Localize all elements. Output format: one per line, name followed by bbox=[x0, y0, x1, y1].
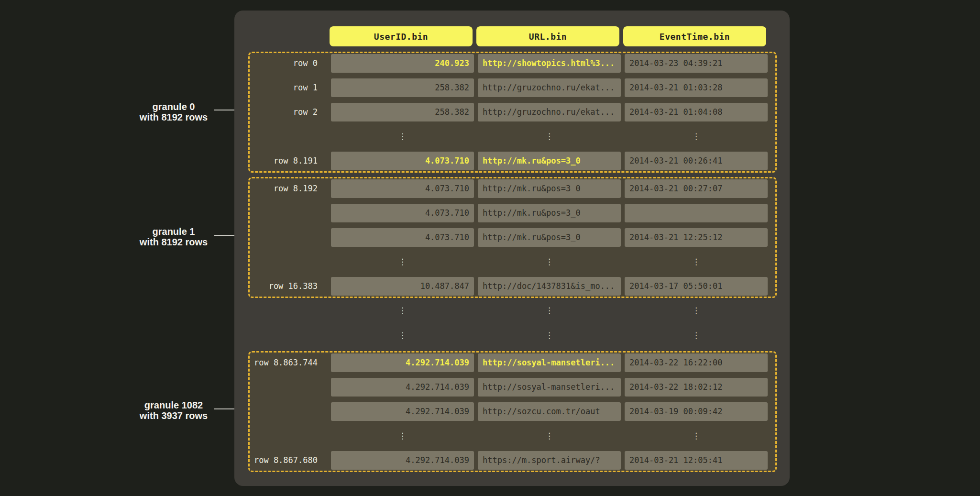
ellipsis-icon: ⋮ bbox=[625, 127, 768, 146]
granule-1082-name: granule 1082 bbox=[126, 400, 221, 410]
row-label: row 8.867.680 bbox=[250, 451, 327, 470]
ellipsis-icon: ⋮ bbox=[331, 301, 474, 320]
column-header-eventtime: EventTime.bin bbox=[623, 26, 766, 46]
cell-eventtime: 2014-03-23 04:39:21 bbox=[625, 54, 768, 73]
row-label-empty bbox=[250, 301, 327, 320]
table-row: row 8.867.680 4.292.714.039 https://m.sp… bbox=[250, 451, 775, 470]
cell-url: http://mk.ru&pos=3_0 bbox=[478, 228, 621, 247]
cell-eventtime: 2014-03-22 18:02:12 bbox=[625, 378, 768, 397]
granule-1-box: row 8.192 4.073.710 http://mk.ru&pos=3_0… bbox=[248, 177, 777, 298]
cell-eventtime: 2014-03-21 01:03:28 bbox=[625, 78, 768, 97]
ellipsis-icon: ⋮ bbox=[331, 127, 474, 146]
row-label: row 8.191 bbox=[250, 152, 327, 170]
row-label: row 2 bbox=[250, 103, 327, 121]
ellipsis-icon: ⋮ bbox=[625, 253, 768, 271]
cell-eventtime: 2014-03-21 00:26:41 bbox=[625, 152, 768, 170]
ellipsis-icon: ⋮ bbox=[625, 427, 768, 445]
cell-url: http://sozcu.com.tr/oaut bbox=[478, 402, 621, 421]
cell-userid: 240.923 bbox=[331, 54, 474, 73]
granule-0-box: row 0 240.923 http://showtopics.html%3..… bbox=[248, 52, 777, 173]
table-row: 4.292.714.039 http://sozcu.com.tr/oaut 2… bbox=[250, 402, 775, 421]
granule-1082-rowcount: with 3937 rows bbox=[126, 410, 221, 421]
row-label-empty bbox=[250, 427, 327, 445]
cell-userid: 4.073.710 bbox=[331, 179, 474, 198]
cell-userid: 258.382 bbox=[331, 78, 474, 97]
ellipsis-icon: ⋮ bbox=[478, 127, 621, 146]
table-row: row 2 258.382 http://gruzochno.ru/ekat..… bbox=[250, 103, 775, 121]
cell-eventtime: 2014-03-17 05:50:01 bbox=[625, 277, 768, 296]
row-label bbox=[250, 402, 327, 421]
table-row: row 1 258.382 http://gruzochno.ru/ekat..… bbox=[250, 78, 775, 97]
table-row: row 0 240.923 http://showtopics.html%3..… bbox=[250, 54, 775, 73]
ellipsis-icon: ⋮ bbox=[478, 301, 621, 320]
cell-eventtime: 2014-03-22 16:22:00 bbox=[625, 353, 768, 372]
cell-url: http://sosyal-mansetleri... bbox=[478, 378, 621, 397]
granule-0-name: granule 0 bbox=[126, 101, 221, 112]
ellipsis-row: ⋮ ⋮ ⋮ bbox=[250, 427, 775, 445]
granule-1-rowcount: with 8192 rows bbox=[126, 237, 221, 247]
cell-url: https://m.sport.airway/? bbox=[478, 451, 621, 470]
ellipsis-row: ⋮ ⋮ ⋮ bbox=[250, 301, 768, 320]
cell-url: http://mk.ru&pos=3_0 bbox=[478, 204, 621, 222]
ellipsis-icon: ⋮ bbox=[625, 326, 768, 345]
ellipsis-icon: ⋮ bbox=[625, 301, 768, 320]
cell-userid: 4.292.714.039 bbox=[331, 451, 474, 470]
ellipsis-icon: ⋮ bbox=[478, 326, 621, 345]
cell-userid: 4.073.710 bbox=[331, 152, 474, 170]
ellipsis-row: ⋮ ⋮ ⋮ bbox=[250, 253, 775, 271]
granule-1082-label: granule 1082 with 3937 rows bbox=[126, 400, 221, 421]
table-row: row 8.192 4.073.710 http://mk.ru&pos=3_0… bbox=[250, 179, 775, 198]
ellipsis-row: ⋮ ⋮ ⋮ bbox=[250, 127, 775, 146]
cell-eventtime: 2014-03-21 12:05:41 bbox=[625, 451, 768, 470]
row-label: row 1 bbox=[250, 78, 327, 97]
cell-eventtime: 2014-03-21 12:25:12 bbox=[625, 228, 768, 247]
cell-url: http://gruzochno.ru/ekat... bbox=[478, 103, 621, 121]
column-headers: UserID.bin URL.bin EventTime.bin bbox=[330, 26, 766, 46]
column-header-url: URL.bin bbox=[476, 26, 619, 46]
row-label-empty bbox=[250, 127, 327, 146]
row-label: row 8.863.744 bbox=[250, 353, 327, 372]
row-label: row 0 bbox=[250, 54, 327, 73]
row-label bbox=[250, 204, 327, 222]
row-label: row 16.383 bbox=[250, 277, 327, 296]
cell-url: http://gruzochno.ru/ekat... bbox=[478, 78, 621, 97]
row-label-empty bbox=[250, 326, 327, 345]
cell-userid: 4.292.714.039 bbox=[331, 353, 474, 372]
cell-url: http://mk.ru&pos=3_0 bbox=[478, 179, 621, 198]
ellipsis-icon: ⋮ bbox=[331, 253, 474, 271]
column-header-userid: UserID.bin bbox=[330, 26, 473, 46]
granule-1082-box: row 8.863.744 4.292.714.039 http://sosya… bbox=[248, 351, 777, 472]
ellipsis-row: ⋮ ⋮ ⋮ bbox=[250, 326, 768, 345]
ellipsis-icon: ⋮ bbox=[478, 427, 621, 445]
cell-userid: 10.487.847 bbox=[331, 277, 474, 296]
cell-url: http://sosyal-mansetleri... bbox=[478, 353, 621, 372]
cell-userid: 258.382 bbox=[331, 103, 474, 121]
row-label: row 8.192 bbox=[250, 179, 327, 198]
cell-eventtime: 2014-03-19 00:09:42 bbox=[625, 402, 768, 421]
cell-url: http://showtopics.html%3... bbox=[478, 54, 621, 73]
cell-userid: 4.292.714.039 bbox=[331, 402, 474, 421]
cell-userid: 4.073.710 bbox=[331, 204, 474, 222]
table-row: 4.292.714.039 http://sosyal-mansetleri..… bbox=[250, 378, 775, 397]
row-label bbox=[250, 378, 327, 397]
table-row: row 8.191 4.073.710 http://mk.ru&pos=3_0… bbox=[250, 152, 775, 170]
table-row: 4.073.710 http://mk.ru&pos=3_0 bbox=[250, 204, 775, 222]
cell-userid: 4.073.710 bbox=[331, 228, 474, 247]
cell-url: http://doc/1437831&is_mo... bbox=[478, 277, 621, 296]
table-row: 4.073.710 http://mk.ru&pos=3_0 2014-03-2… bbox=[250, 228, 775, 247]
table-row: row 8.863.744 4.292.714.039 http://sosya… bbox=[250, 353, 775, 372]
diagram-panel: UserID.bin URL.bin EventTime.bin row 0 2… bbox=[234, 11, 790, 486]
granule-1-name: granule 1 bbox=[126, 226, 221, 237]
granule-0-rowcount: with 8192 rows bbox=[126, 112, 221, 122]
cell-userid: 4.292.714.039 bbox=[331, 378, 474, 397]
ellipsis-icon: ⋮ bbox=[478, 253, 621, 271]
row-label-empty bbox=[250, 253, 327, 271]
row-label bbox=[250, 228, 327, 247]
cell-eventtime: 2014-03-21 01:04:08 bbox=[625, 103, 768, 121]
table-row: row 16.383 10.487.847 http://doc/1437831… bbox=[250, 277, 775, 296]
cell-eventtime bbox=[625, 204, 768, 222]
granule-1-label: granule 1 with 8192 rows bbox=[126, 226, 221, 247]
ellipsis-icon: ⋮ bbox=[331, 427, 474, 445]
ellipsis-icon: ⋮ bbox=[331, 326, 474, 345]
cell-eventtime: 2014-03-21 00:27:07 bbox=[625, 179, 768, 198]
